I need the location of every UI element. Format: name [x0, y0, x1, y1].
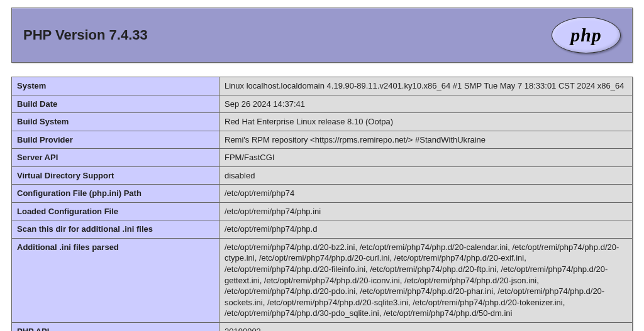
- table-row-value: Sep 26 2024 14:37:41: [219, 95, 633, 113]
- table-row-key: Server API: [12, 149, 219, 167]
- table-row-key: System: [12, 77, 219, 95]
- table-row-key: Additional .ini files parsed: [12, 238, 219, 322]
- table-row-value: /etc/opt/remi/php74: [219, 185, 633, 203]
- table-row-key: Build System: [12, 113, 219, 131]
- table-row-value: disabled: [219, 166, 633, 185]
- table-row: Virtual Directory Supportdisabled: [12, 166, 633, 185]
- table-row: Configuration File (php.ini) Path/etc/op…: [12, 185, 633, 203]
- php-logo: php: [552, 17, 621, 53]
- table-row-key: Scan this dir for additional .ini files: [12, 220, 219, 239]
- table-row-key: Virtual Directory Support: [12, 166, 219, 185]
- php-logo-text: php: [570, 24, 602, 46]
- table-row-value: /etc/opt/remi/php74/php.ini: [219, 202, 633, 220]
- table-row-key: Configuration File (php.ini) Path: [12, 185, 219, 203]
- phpinfo-header: PHP Version 7.4.33 php: [11, 8, 633, 63]
- table-row-value: Red Hat Enterprise Linux release 8.10 (O…: [219, 113, 633, 131]
- table-row-key: Build Date: [12, 95, 219, 113]
- phpinfo-table: SystemLinux localhost.localdomain 4.19.9…: [11, 77, 633, 331]
- table-row: PHP API20190902: [12, 322, 633, 331]
- table-row: Loaded Configuration File/etc/opt/remi/p…: [12, 202, 633, 220]
- table-row: Build ProviderRemi's RPM repository <htt…: [12, 131, 633, 149]
- table-row-value: /etc/opt/remi/php74/php.d: [219, 220, 633, 239]
- table-row-key: Loaded Configuration File: [12, 202, 219, 220]
- table-row: Scan this dir for additional .ini files/…: [12, 220, 633, 239]
- table-row-value: Linux localhost.localdomain 4.19.90-89.1…: [219, 77, 633, 95]
- table-row: SystemLinux localhost.localdomain 4.19.9…: [12, 77, 633, 95]
- table-row-value: Remi's RPM repository <https://rpms.remi…: [219, 131, 633, 149]
- table-row: Server APIFPM/FastCGI: [12, 149, 633, 167]
- table-row: Build DateSep 26 2024 14:37:41: [12, 95, 633, 113]
- page-title: PHP Version 7.4.33: [23, 27, 148, 43]
- table-row-key: Build Provider: [12, 131, 219, 149]
- table-row-value: 20190902: [219, 322, 633, 331]
- table-row-key: PHP API: [12, 322, 219, 331]
- table-row: Additional .ini files parsed/etc/opt/rem…: [12, 238, 633, 322]
- table-row-value: /etc/opt/remi/php74/php.d/20-bz2.ini, /e…: [219, 238, 633, 322]
- table-row-value: FPM/FastCGI: [219, 149, 633, 167]
- table-row: Build SystemRed Hat Enterprise Linux rel…: [12, 113, 633, 131]
